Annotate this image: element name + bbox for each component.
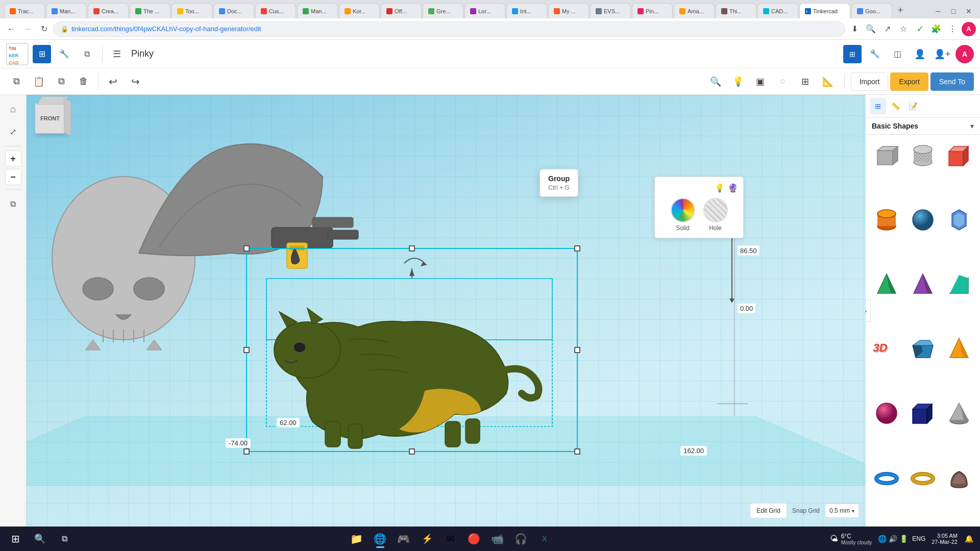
tab-man[interactable]: Man...	[46, 3, 87, 18]
tab-man2[interactable]: Man...	[297, 3, 338, 18]
taskbar-excel[interactable]: X	[533, 528, 556, 550]
zoom-icon[interactable]: 🔍	[864, 22, 878, 36]
browser-minimize[interactable]: ─	[931, 4, 945, 18]
systray-lang[interactable]: ENG	[910, 535, 927, 542]
shape-cylinder-striped[interactable]	[906, 139, 939, 172]
note-panel-button[interactable]: 📝	[904, 98, 921, 114]
shape-text-3d[interactable]: 3D 3D	[870, 332, 903, 365]
shape-sphere-pink[interactable]	[870, 396, 903, 430]
snap-grid-dropdown[interactable]: 0.5 mm ▾	[825, 504, 859, 518]
tab-too[interactable]: Too...	[172, 3, 212, 18]
shape-cube-navy[interactable]	[906, 396, 939, 430]
tab-doc[interactable]: Doc...	[213, 3, 254, 18]
edit-grid-button[interactable]: Edit Grid	[750, 503, 787, 518]
tab-int[interactable]: Int...	[506, 3, 547, 18]
hamburger-menu[interactable]: ☰	[109, 46, 125, 62]
prop-light-icon[interactable]: 💡	[715, 183, 725, 193]
prop-bulb-icon[interactable]: 🔮	[728, 183, 738, 193]
ruler-panel-button[interactable]: 📏	[887, 98, 903, 114]
extension-check[interactable]: ✓	[913, 22, 927, 36]
user-icon[interactable]: 👤	[911, 45, 929, 63]
shape-cube-red[interactable]	[943, 139, 976, 172]
tab-cus[interactable]: Cus...	[255, 3, 296, 18]
redo-button[interactable]: ↪	[125, 71, 145, 92]
view-cube[interactable]: FRONT	[35, 103, 73, 141]
tab-thi[interactable]: Thi...	[716, 3, 756, 18]
tab-crea[interactable]: Crea...	[88, 3, 129, 18]
shape-wedge-teal[interactable]	[943, 268, 976, 301]
shape-torus-blue[interactable]	[870, 461, 903, 494]
shape-pyramid-purple[interactable]	[906, 268, 939, 301]
forward-button[interactable]: →	[20, 22, 35, 36]
tab-kor[interactable]: Kor...	[339, 3, 380, 18]
notification-button[interactable]: 🔔	[962, 532, 976, 546]
task-view-button[interactable]: ⧉	[53, 528, 76, 550]
grid-layout-button[interactable]: ⊞	[870, 98, 886, 114]
more-icon[interactable]: ⋮	[945, 22, 960, 36]
shape-box[interactable]	[870, 139, 903, 172]
zoom-out-button[interactable]: −	[5, 169, 21, 185]
weather-widget[interactable]: 🌤 6°C Mostly cloudy	[826, 531, 876, 547]
import-button[interactable]: Import	[851, 72, 889, 91]
tab-tinkercad-active[interactable]: TTinkercad	[799, 3, 850, 18]
tab-trac[interactable]: Trac...	[4, 3, 45, 18]
tab-off[interactable]: Off...	[381, 3, 422, 18]
shape-brown[interactable]	[943, 461, 976, 494]
taskbar-video[interactable]: 📹	[486, 528, 509, 550]
tab-lor[interactable]: Lor...	[464, 3, 505, 18]
browser-maximize[interactable]: □	[946, 4, 961, 18]
undo-button[interactable]: ↩	[103, 71, 123, 92]
select-tool[interactable]: ▣	[750, 71, 771, 92]
duplicate-button[interactable]: ⧉	[51, 71, 71, 92]
taskbar-files[interactable]: 📁	[346, 528, 368, 550]
taskbar-browser2[interactable]: 🔴	[463, 528, 485, 550]
shape-multi-blue[interactable]	[943, 203, 976, 236]
layers-button[interactable]: ⧉	[78, 45, 96, 63]
zoom-in-button[interactable]: +	[5, 151, 21, 167]
tab-goo[interactable]: Goo...	[851, 3, 892, 18]
shape-sphere-blue[interactable]	[906, 203, 939, 236]
user-add-icon[interactable]: 👤+	[933, 45, 951, 63]
layers-sidebar-button[interactable]: ⧉	[3, 194, 23, 214]
copy-button[interactable]: ⧉	[6, 71, 27, 92]
paste-button[interactable]: 📋	[29, 71, 49, 92]
delete-button[interactable]: 🗑	[74, 71, 94, 92]
tab-pin[interactable]: Pin...	[632, 3, 673, 18]
extensions-icon[interactable]: 🧩	[929, 22, 943, 36]
address-bar[interactable]: 🔒 tinkercad.com/things/0f4pwCKALhV-copy-…	[53, 21, 845, 37]
tools-button[interactable]: 🔧	[55, 45, 74, 63]
share-icon[interactable]: ↗	[880, 22, 894, 36]
solid-option[interactable]	[671, 198, 695, 222]
download-icon[interactable]: ⬇	[847, 22, 862, 36]
browser-close[interactable]: ✕	[962, 4, 976, 18]
tab-my[interactable]: My ...	[548, 3, 589, 18]
tools-icon-right[interactable]: 🔧	[866, 45, 884, 63]
shape-tool[interactable]: ○	[773, 71, 793, 92]
fit-view-button[interactable]: ⤢	[3, 121, 23, 142]
sendto-button[interactable]: Send To	[930, 72, 974, 91]
profile-icon[interactable]: A	[962, 22, 976, 36]
tab-add[interactable]: +	[893, 3, 908, 17]
back-button[interactable]: ←	[4, 22, 18, 36]
grid-view-button[interactable]: ⊞	[33, 45, 51, 63]
hole-option[interactable]	[703, 198, 728, 222]
systray-network[interactable]: 🌐	[878, 535, 887, 543]
clock[interactable]: 3:05 AM 27-Mar-22	[929, 533, 960, 545]
taskbar-mail[interactable]: ✉	[439, 528, 462, 550]
tab-cad[interactable]: CAD...	[757, 3, 798, 18]
export-button[interactable]: Export	[890, 72, 928, 91]
reload-button[interactable]: ↻	[37, 22, 51, 36]
grid-icon-right[interactable]: ⊞	[843, 45, 862, 63]
shape-cylinder-orange[interactable]	[870, 203, 903, 236]
taskbar-chrome[interactable]: 🌐	[369, 528, 391, 550]
light-toggle[interactable]: 💡	[728, 71, 748, 92]
tab-evs[interactable]: EVS...	[590, 3, 631, 18]
tab-the[interactable]: The ...	[130, 3, 170, 18]
collapse-panel-button[interactable]: ❯	[865, 299, 871, 322]
taskbar-search[interactable]: 🔍	[29, 528, 51, 550]
start-button[interactable]: ⊞	[4, 528, 27, 550]
inspector-button[interactable]: 🔍	[705, 71, 726, 92]
align-tool[interactable]: ⊞	[795, 71, 816, 92]
shape-prism-blue[interactable]	[906, 332, 939, 365]
shape-torus-tan[interactable]	[906, 461, 939, 494]
